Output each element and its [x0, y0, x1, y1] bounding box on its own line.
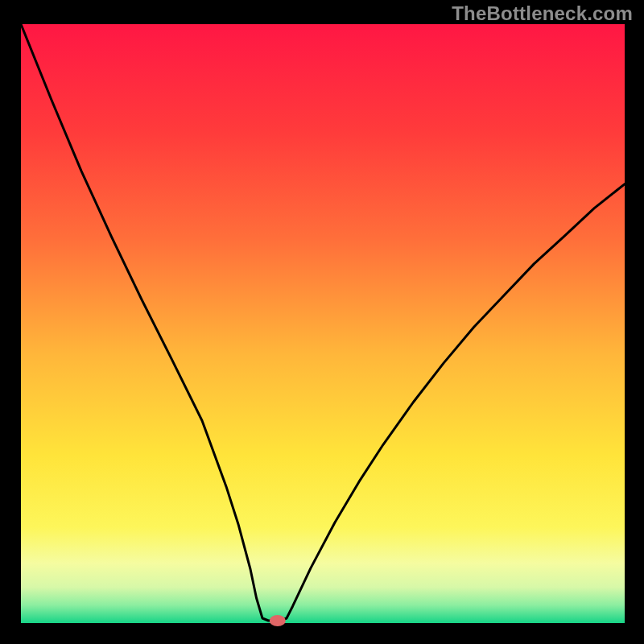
outer-frame: TheBottleneck.com [0, 0, 644, 644]
bottleneck-chart [0, 0, 644, 644]
plot-background [21, 24, 625, 623]
optimal-point-marker [270, 615, 286, 626]
